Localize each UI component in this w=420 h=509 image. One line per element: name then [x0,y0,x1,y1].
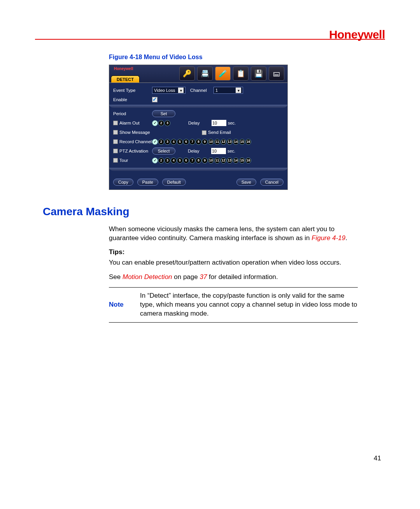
ptz-label: PTZ Activation [113,149,152,154]
alarm-out-checkbox[interactable] [113,121,118,125]
channel-2[interactable]: 2 [158,158,164,163]
enable-checkbox[interactable] [152,97,158,102]
channel-11[interactable]: 11 [214,158,220,163]
note-label: Note [109,291,140,318]
record-channel-checkbox[interactable] [113,139,118,144]
channel-15[interactable]: 15 [239,158,245,163]
channel-16[interactable]: 16 [245,158,251,163]
record-channels[interactable]: ✓2345678910111213141516 [152,139,251,145]
cancel-button[interactable]: Cancel [260,179,284,186]
drive-icon[interactable]: 🖴 [269,67,284,81]
record-channel-label: Record Channel [113,139,152,144]
channel-6[interactable]: 6 [183,158,189,163]
channel-4[interactable]: 4 [171,158,177,163]
event-type-label: Event Type [113,88,152,93]
clipboard-icon[interactable]: 📋 [233,67,248,81]
period-set-button[interactable]: Set [152,110,175,117]
chevron-down-icon: ▾ [236,88,241,93]
delay1-input[interactable]: 10 [212,120,226,126]
paragraph-2: You can enable preset/tour/pattern activ… [109,258,358,267]
show-message-label: Show Message [113,130,160,135]
bottles-icon[interactable]: 🧪 [215,67,231,81]
channel-3[interactable]: 3 [164,120,170,126]
period-label: Period [113,111,152,116]
tour-channels[interactable]: ✓2345678910111213141516 [152,158,251,163]
dvr-screenshot: Honeywell DETECT 🔑 📇 🧪 📋 💾 🖴 Event Type … [109,65,288,190]
channel-7[interactable]: 7 [189,158,195,163]
dvr-tab-detect[interactable]: DETECT [111,75,140,82]
channel-14[interactable]: 14 [233,139,239,145]
paragraph-3: See Motion Detection on page 37 for deta… [109,273,358,282]
show-message-checkbox[interactable] [113,130,118,135]
channel-13[interactable]: 13 [227,158,233,163]
event-type-select[interactable]: Video Loss ▾ [152,87,186,94]
alarm-out-label: Alarm Out [113,121,152,126]
delay2-input[interactable]: 10 [211,148,226,154]
send-email-checkbox[interactable] [202,130,206,135]
brand-logo: Honeywell [329,28,385,41]
channel-14[interactable]: 14 [233,158,239,163]
sec-label-2: sec. [228,149,235,153]
tips-label: Tips: [109,248,385,256]
dvr-top-icons: 🔑 📇 🧪 📋 💾 🖴 [179,67,284,81]
card-icon[interactable]: 📇 [197,67,213,81]
channel-1[interactable]: ✓ [152,120,158,126]
enable-label: Enable [113,97,152,102]
channel-1[interactable]: ✓ [152,139,158,145]
event-type-value: Video Loss [154,88,175,93]
channel-4[interactable]: 4 [171,139,177,145]
channel-8[interactable]: 8 [196,139,201,145]
channel-label: Channel [190,88,214,93]
channel-13[interactable]: 13 [227,139,233,145]
channel-8[interactable]: 8 [196,158,201,163]
channel-7[interactable]: 7 [189,139,195,145]
channel-12[interactable]: 12 [220,158,226,163]
paste-button[interactable]: Paste [137,179,158,186]
ptz-select-button[interactable]: Select [152,147,175,154]
delay2-label: Delay [188,149,211,153]
sec-label: sec. [228,121,236,125]
note-text: In “Detect” interface, the copy/paste fu… [140,291,358,318]
channel-10[interactable]: 10 [208,139,214,145]
note-box: Note In “Detect” interface, the copy/pas… [109,287,358,323]
delay1-label: Delay [188,121,212,125]
channel-1[interactable]: ✓ [152,158,158,163]
default-button[interactable]: Default [162,179,186,186]
alarm-out-channels[interactable]: ✓23 [152,120,170,126]
motion-detection-ref: Motion Detection [122,273,172,281]
channel-5[interactable]: 5 [177,139,183,145]
header-rule: Honeywell [35,39,385,40]
dvr-logo: Honeywell [114,67,133,71]
chevron-down-icon: ▾ [178,88,184,93]
keys-icon[interactable]: 🔑 [179,67,195,81]
disk-icon[interactable]: 💾 [251,67,266,81]
channel-12[interactable]: 12 [220,139,226,145]
channel-3[interactable]: 3 [164,139,170,145]
tour-label: Tour [113,158,152,163]
channel-16[interactable]: 16 [245,139,251,145]
channel-9[interactable]: 9 [202,158,208,163]
ptz-checkbox[interactable] [113,149,118,153]
channel-15[interactable]: 15 [239,139,245,145]
tour-checkbox[interactable] [113,158,118,163]
channel-11[interactable]: 11 [214,139,220,145]
channel-value: 1 [215,88,218,93]
send-email-label: Send Email [202,130,231,135]
page-ref: 37 [200,273,207,281]
figure-caption: Figure 4-18 Menu of Video Loss [109,54,385,61]
channel-2[interactable]: 2 [158,139,164,145]
figure-ref: Figure 4-19 [312,234,345,242]
dvr-titlebar: Honeywell DETECT 🔑 📇 🧪 📋 💾 🖴 [109,65,287,83]
channel-9[interactable]: 9 [202,139,208,145]
channel-3[interactable]: 3 [164,158,170,163]
copy-button[interactable]: Copy [113,179,133,186]
channel-10[interactable]: 10 [208,158,214,163]
paragraph-1: When someone viciously masks the camera … [109,225,358,243]
channel-select[interactable]: 1 ▾ [214,87,243,94]
channel-6[interactable]: 6 [183,139,189,145]
section-title: Camera Masking [43,205,385,218]
channel-5[interactable]: 5 [177,158,183,163]
channel-2[interactable]: 2 [158,120,164,126]
page-number: 41 [374,455,381,462]
save-button[interactable]: Save [236,179,256,186]
